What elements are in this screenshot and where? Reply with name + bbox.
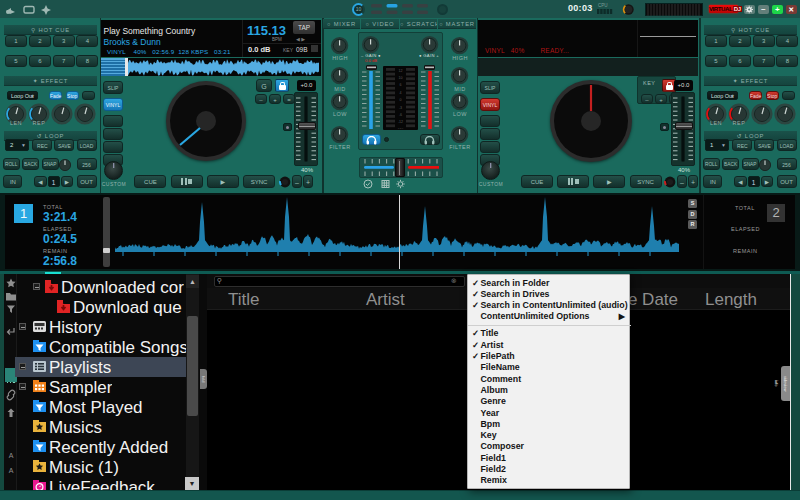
svg-text:12: 12 [399, 69, 403, 73]
svg-text:-6: -6 [399, 113, 402, 117]
svg-text:4: 4 [400, 91, 402, 95]
svg-text:-3: -3 [399, 106, 402, 110]
svg-text:6: 6 [400, 84, 402, 88]
svg-text:10: 10 [399, 76, 403, 80]
svg-text:A: A [8, 452, 13, 459]
svg-text:0: 0 [400, 98, 402, 102]
svg-text:A: A [8, 467, 13, 474]
svg-text:VU: VU [398, 128, 403, 129]
svg-text:-12: -12 [398, 121, 403, 125]
